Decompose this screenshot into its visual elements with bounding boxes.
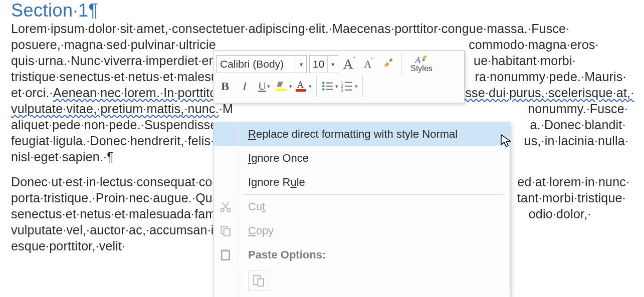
text: quis·urna.·Nunc·viverra·imperdiet·en xyxy=(11,54,216,68)
svg-rect-19 xyxy=(224,229,230,236)
menu-item-label: Ignore Rule xyxy=(238,176,510,189)
styles-button[interactable]: A Styles xyxy=(406,55,437,73)
text: ed·at·lorem·in·nunc· xyxy=(518,175,630,189)
svg-rect-23 xyxy=(256,275,259,276)
context-menu: Replace direct formatting with style Nor… xyxy=(213,122,510,297)
text: ue·habitant·morbi· xyxy=(474,54,576,68)
numbering-icon: 1 2 3 xyxy=(341,80,354,93)
svg-rect-15 xyxy=(345,90,352,91)
paintbrush-icon xyxy=(382,58,395,71)
svg-point-4 xyxy=(322,82,324,84)
text: a.·Donec·blandit· xyxy=(530,118,626,132)
font-color-icon: A xyxy=(295,80,308,93)
chevron-down-icon[interactable]: ▾ xyxy=(327,56,338,73)
numbering-button[interactable]: 1 2 3 ▾ xyxy=(341,77,358,95)
clipboard-icon xyxy=(252,274,265,287)
text: feugiat·ligula.·Donec·hendrerit,·felis· xyxy=(11,134,214,148)
text: Donec·ut·est·in·lectus·consequat·cor xyxy=(11,175,217,189)
italic-button[interactable]: I xyxy=(236,77,253,95)
text: esque·porttitor,·velit· xyxy=(11,239,125,253)
styles-label: Styles xyxy=(410,64,433,73)
menu-item-replace-formatting[interactable]: Replace direct formatting with style Nor… xyxy=(213,122,510,146)
menu-item-label: Cut xyxy=(238,200,510,213)
menu-item-cut: Cut xyxy=(213,195,510,219)
text: nisl·eget·sapien.·¶ xyxy=(11,150,114,164)
menu-item-label: Ignore Once xyxy=(238,152,510,165)
mini-toolbar: Calibri (Body) ▾ 10 ▾ Aˆ Aˇ A Styles B I xyxy=(213,50,465,103)
styles-icon: A xyxy=(413,55,430,64)
text: tristique·senectus·et·netus·et·malesu xyxy=(11,70,218,84)
heading-section-1: Section·1¶ xyxy=(11,3,633,19)
font-color-button[interactable]: A ▾ xyxy=(295,77,312,95)
menu-item-paste-options-header: Paste Options: xyxy=(213,243,510,267)
text: us,·in·lacinia·nulla· xyxy=(524,134,629,148)
svg-rect-9 xyxy=(326,89,333,90)
svg-rect-20 xyxy=(222,250,229,259)
menu-item-label: Copy xyxy=(238,224,510,237)
paste-options-row xyxy=(213,267,510,297)
menu-item-label: Paste Options: xyxy=(238,248,510,261)
format-painter-button[interactable] xyxy=(380,55,397,73)
highlight-icon xyxy=(275,80,288,93)
svg-point-8 xyxy=(322,88,324,90)
grow-font-button[interactable]: Aˆ xyxy=(341,55,358,73)
bold-button[interactable]: B xyxy=(217,77,234,95)
text: tant·morbi·tristique· xyxy=(517,191,626,205)
font-family-combo[interactable]: Calibri (Body) ▾ xyxy=(217,55,307,73)
svg-point-6 xyxy=(322,85,324,87)
svg-rect-5 xyxy=(326,82,333,83)
menu-item-label: Replace direct formatting with style Nor… xyxy=(238,128,510,141)
text: posuere,·magna·sed·pulvinar·ultricie xyxy=(11,38,216,52)
text: ·M xyxy=(219,102,233,116)
formatting-inconsistency[interactable]: vulputate·vitae,·pretium·mattis,·nunc. xyxy=(11,102,219,116)
highlight-button[interactable]: ▾ xyxy=(275,77,292,95)
text: nonummy.·Fusce· xyxy=(528,102,628,116)
paste-option-keep-source[interactable] xyxy=(248,270,269,291)
svg-text:A: A xyxy=(415,55,421,64)
text: Lorem·ipsum·dolor·sit·amet,·consectetuer… xyxy=(11,22,569,36)
svg-text:3: 3 xyxy=(341,88,343,93)
text: porta·tristique.·Proin·nec·augue.·Qui xyxy=(11,191,216,205)
svg-rect-24 xyxy=(258,279,263,286)
svg-text:A: A xyxy=(297,80,304,90)
svg-rect-7 xyxy=(326,86,333,87)
bullets-icon xyxy=(321,80,334,93)
menu-item-ignore-once[interactable]: Ignore Once xyxy=(213,146,510,170)
paste-icon xyxy=(219,248,232,261)
text: senectus·et·netus·et·malesuada·fam xyxy=(11,207,216,221)
text: aliquet·pede·non·pede.·Suspendisse xyxy=(11,118,217,132)
chevron-down-icon[interactable]: ▾ xyxy=(296,56,306,73)
menu-item-copy: Copy xyxy=(213,219,510,243)
svg-rect-13 xyxy=(345,86,352,87)
font-family-value: Calibri (Body) xyxy=(217,58,296,70)
text: ra·nonummy·pede.·Mauris· xyxy=(475,70,626,84)
svg-rect-3 xyxy=(296,89,306,92)
svg-rect-21 xyxy=(224,249,228,251)
svg-rect-1 xyxy=(276,89,286,91)
svg-rect-11 xyxy=(345,82,352,83)
text: et·orci.· xyxy=(11,86,53,100)
copy-icon xyxy=(219,224,232,237)
text: vulputate·vel,·auctor·ac,·accumsan·i xyxy=(11,223,214,237)
shrink-font-button[interactable]: Aˇ xyxy=(360,55,377,73)
font-size-combo[interactable]: 10 ▾ xyxy=(309,55,338,73)
menu-item-ignore-rule[interactable]: Ignore Rule xyxy=(213,170,510,194)
font-size-value: 10 xyxy=(310,58,327,70)
text: odio·dolor,· xyxy=(529,207,591,221)
bullets-button[interactable]: ▾ xyxy=(321,77,338,95)
scissors-icon xyxy=(219,200,232,213)
underline-button[interactable]: U▾ xyxy=(256,77,273,95)
text: commodo·magna·eros· xyxy=(469,38,598,52)
